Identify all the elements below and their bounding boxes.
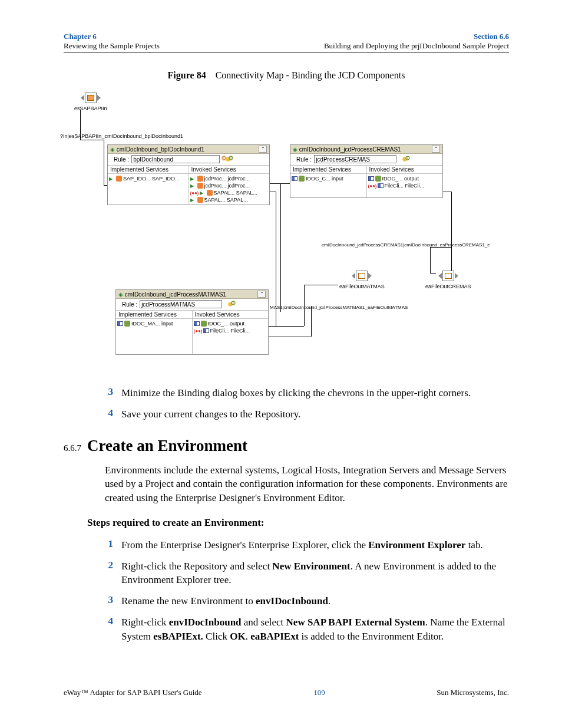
service-item[interactable]: jcdProc... jcdProc...: [190, 175, 269, 182]
service-icon: [124, 321, 130, 327]
connectivity-map: esSAPBAPIIn ?In|esSAPBAPIIn_cmIDocInboun…: [64, 89, 494, 370]
service-item[interactable]: (●●)FileCli... FileCli...: [194, 327, 267, 334]
efile-cremas-label: eaFileOutCREMAS: [425, 284, 471, 289]
header-left: Chapter 6 Reviewing the Sample Projects: [64, 32, 160, 51]
steps-label: Steps required to create an Environment:: [87, 516, 509, 530]
wire: [270, 192, 276, 192]
arrow-icon: [200, 190, 206, 196]
footer-right: Sun Microsystems, Inc.: [437, 688, 509, 697]
footer-left: eWay™ Adapter for SAP BAPI User's Guide: [64, 688, 202, 697]
binding-dialog-cremas[interactable]: ◈ cmIDocInbound_jcdProcessCREMAS1 ⌃ Rule…: [290, 144, 443, 198]
step-number: 2: [105, 559, 113, 588]
wire: [304, 285, 338, 285]
connection-label: MAS1|cmIDocInbound_jcdProcessMATMAS1_eaF…: [270, 305, 408, 310]
chapter-sub: Reviewing the Sample Projects: [64, 41, 160, 51]
step-text: Rename the new Environment to envIDocInb…: [121, 594, 509, 608]
service-icon: [299, 176, 305, 182]
invoked-header: Invoked Services: [367, 166, 443, 174]
external-system-sap[interactable]: esSAPBAPIIn: [74, 93, 107, 111]
chevron-up-icon[interactable]: ⌃: [257, 291, 266, 298]
step-number: 4: [105, 407, 113, 421]
step-list-a: 3 Minimize the Binding dialog boxes by c…: [105, 386, 509, 421]
service-icon: [201, 321, 207, 327]
arrow-icon: [190, 197, 196, 203]
figure-title: Connectivity Map - Binding the JCD Compo…: [216, 70, 405, 80]
external-system-icon: [442, 271, 454, 281]
service-icon: [197, 197, 203, 203]
rule-row: Rule :: [108, 154, 269, 165]
external-system-icon: [356, 271, 368, 281]
wire: [269, 337, 311, 337]
service-item[interactable]: jcdProc... jcdProc...: [190, 182, 269, 189]
wire: [430, 247, 431, 273]
service-item[interactable]: IDOC_... output: [368, 175, 442, 182]
connection-label: cmIDocInbound_jcdProcessCREMAS1|cmIDocIn…: [322, 242, 490, 248]
efile-matmas-label: eaFileOutMATMAS: [339, 284, 385, 289]
step-number: 4: [105, 615, 113, 644]
service-item[interactable]: (●●)FileCli... FileCli...: [368, 182, 442, 189]
service-item[interactable]: SAPAL... SAPAL...: [190, 196, 269, 203]
chevron-up-icon[interactable]: ⌃: [259, 146, 267, 153]
arrow-icon: [190, 183, 196, 189]
implemented-header: Implemented Services: [108, 166, 189, 174]
dot-icon: (●●): [190, 190, 199, 196]
service-item[interactable]: (●●)SAPAL... SAPAL...: [190, 189, 269, 196]
step-text: Right-click envIDocInbound and select Ne…: [121, 615, 509, 644]
binding-title: cmIDocInbound_bpIDocInbound1: [117, 146, 204, 153]
gear-icon[interactable]: [224, 300, 236, 308]
step-number: 3: [105, 594, 113, 608]
rule-label: Rule :: [114, 156, 129, 163]
service-item[interactable]: IDOC_... output: [194, 320, 267, 327]
gear-icon[interactable]: [399, 155, 411, 163]
connection-label: ?In|esSAPBAPIIn_cmIDocInbound_bplDocInbo…: [60, 133, 183, 139]
services-columns: Implemented Services IDOC_C... input Inv…: [290, 165, 442, 197]
external-system-file-cremas[interactable]: eaFileOutCREMAS: [425, 271, 471, 289]
service-icon: [116, 176, 122, 182]
figure-number: Figure 84: [168, 70, 206, 80]
rule-input[interactable]: [140, 300, 222, 308]
binding-titlebar[interactable]: ◈ cmIDocInbound_bpIDocInbound1 ⌃: [108, 145, 269, 154]
service-item[interactable]: SAP_IDO... SAP_IDO...: [109, 175, 187, 182]
implemented-header: Implemented Services: [116, 311, 192, 319]
rule-row: Rule :: [290, 154, 442, 165]
step-item: 3 Minimize the Binding dialog boxes by c…: [105, 386, 509, 400]
implemented-header: Implemented Services: [290, 166, 366, 174]
binding-dialog-matmas[interactable]: ◈ cmIDocInbound_jcdProcessMATMAS1 ⌃ Rule…: [115, 289, 269, 355]
port-icon: [368, 176, 374, 181]
binding-titlebar[interactable]: ◈ cmIDocInbound_jcdProcessCREMAS1 ⌃: [290, 145, 442, 154]
section-heading: 6.6.7 Create an Environment: [64, 437, 509, 455]
wire: [280, 183, 290, 184]
rule-label: Rule :: [122, 301, 137, 308]
binding-title: cmIDocInbound_jcdProcessCREMAS1: [299, 146, 401, 153]
gear-icon[interactable]: [222, 155, 234, 163]
step-number: 1: [105, 538, 113, 552]
external-system-file-matmas[interactable]: eaFileOutMATMAS: [339, 271, 385, 289]
service-icon: [197, 176, 203, 182]
binding-titlebar[interactable]: ◈ cmIDocInbound_jcdProcessMATMAS1 ⌃: [116, 290, 268, 299]
step-list-b: 1 From the Enterprise Designer's Enterpr…: [105, 538, 509, 644]
service-item[interactable]: IDOC_C... input: [292, 175, 365, 182]
chevron-up-icon[interactable]: ⌃: [432, 146, 440, 153]
section-label: Section 6.6: [324, 32, 509, 41]
wire: [269, 326, 304, 327]
arrow-icon: [190, 176, 196, 182]
service-item[interactable]: IDOC_MA... input: [117, 320, 191, 327]
rule-row: Rule :: [116, 299, 268, 310]
port-icon: [378, 183, 384, 188]
rule-input[interactable]: [314, 155, 396, 163]
wire: [80, 110, 81, 140]
arrow-icon: [109, 176, 115, 182]
step-item: 1 From the Enterprise Designer's Enterpr…: [105, 538, 509, 552]
rule-label: Rule :: [296, 156, 312, 163]
binding-dialog-bpidoc[interactable]: ◈ cmIDocInbound_bpIDocInbound1 ⌃ Rule : …: [107, 144, 270, 205]
chapter-label: Chapter 6: [64, 32, 160, 41]
service-icon: [207, 190, 213, 196]
services-columns: Implemented Services SAP_IDO... SAP_IDO.…: [108, 165, 269, 205]
wire: [80, 140, 104, 140]
step-text: From the Enterprise Designer's Enterpris…: [121, 538, 509, 552]
step-item: 4 Right-click envIDocInbound and select …: [105, 615, 509, 644]
wire: [270, 183, 280, 184]
wire: [104, 140, 104, 186]
step-item: 4 Save your current changes to the Repos…: [105, 407, 509, 421]
rule-input[interactable]: [131, 155, 220, 163]
